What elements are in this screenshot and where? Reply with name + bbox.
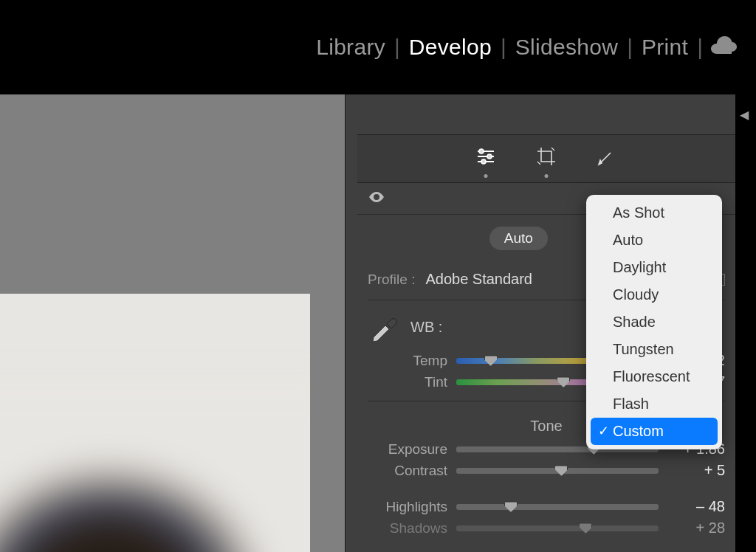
tool-strip xyxy=(357,134,735,183)
eye-icon[interactable] xyxy=(368,190,385,207)
tint-label: Tint xyxy=(368,374,447,390)
heal-tool[interactable] xyxy=(594,144,619,169)
right-panel-wrapper: Auto XX Profile : Adobe Standard ▴▾ xyxy=(345,94,756,552)
wb-option-auto[interactable]: Auto xyxy=(591,227,718,254)
wb-option-tungsten[interactable]: Tungsten xyxy=(591,336,718,363)
svg-point-1 xyxy=(487,154,492,159)
wb-option-custom[interactable]: Custom xyxy=(591,418,718,445)
cloud-sync-icon[interactable] xyxy=(709,35,738,59)
panel-collapse-gutter[interactable]: ◀ xyxy=(735,94,756,552)
highlights-label: Highlights xyxy=(368,499,447,515)
separator: | xyxy=(501,35,506,60)
highlights-value[interactable]: – 48 xyxy=(667,498,725,515)
white-balance-eyedropper-icon[interactable] xyxy=(368,311,400,343)
highlights-slider-row: Highlights – 48 xyxy=(368,498,725,515)
exposure-label: Exposure xyxy=(368,441,447,458)
shadows-label: Shadows xyxy=(368,520,447,537)
tint-knob[interactable] xyxy=(557,376,570,387)
wb-option-flash[interactable]: Flash xyxy=(591,390,718,418)
wb-option-as-shot[interactable]: As Shot xyxy=(591,199,718,227)
shadows-value[interactable]: + 28 xyxy=(667,520,725,537)
wb-option-fluorescent[interactable]: Fluorescent xyxy=(591,363,718,390)
separator: | xyxy=(697,35,703,60)
highlights-slider[interactable] xyxy=(456,501,659,513)
shadows-slider-row: Shadows + 28 xyxy=(368,520,725,537)
module-picker: Library | Develop | Slideshow | Print | xyxy=(0,0,756,94)
wb-option-daylight[interactable]: Daylight xyxy=(591,254,718,281)
highlights-knob[interactable] xyxy=(504,501,518,512)
wb-option-shade[interactable]: Shade xyxy=(591,308,718,336)
image-preview-area[interactable] xyxy=(0,94,345,552)
temp-label: Temp xyxy=(368,353,447,369)
temp-knob[interactable] xyxy=(484,355,498,366)
contrast-value[interactable]: + 5 xyxy=(667,462,725,479)
module-slideshow[interactable]: Slideshow xyxy=(506,35,627,60)
crop-tool[interactable] xyxy=(534,144,559,169)
contrast-slider[interactable] xyxy=(456,465,659,477)
wb-option-cloudy[interactable]: Cloudy xyxy=(591,281,718,308)
shadows-slider[interactable] xyxy=(456,522,659,534)
module-library[interactable]: Library xyxy=(307,35,394,60)
contrast-slider-row: Contrast + 5 xyxy=(368,462,725,479)
photo-canvas xyxy=(0,294,310,552)
module-develop[interactable]: Develop xyxy=(400,35,501,60)
wb-label: WB : xyxy=(410,319,442,336)
module-print[interactable]: Print xyxy=(633,35,697,60)
svg-point-0 xyxy=(479,149,484,153)
contrast-label: Contrast xyxy=(368,463,447,479)
collapse-triangle-icon[interactable]: ◀ xyxy=(740,108,749,122)
wb-preset-dropdown[interactable]: As ShotAutoDaylightCloudyShadeTungstenFl… xyxy=(586,195,722,449)
svg-point-2 xyxy=(481,159,486,164)
separator: | xyxy=(394,35,400,60)
profile-label: Profile : xyxy=(368,272,415,288)
shadows-knob[interactable] xyxy=(579,522,592,534)
edit-tool[interactable] xyxy=(473,144,498,169)
workspace: Auto XX Profile : Adobe Standard ▴▾ xyxy=(0,94,756,552)
contrast-knob[interactable] xyxy=(554,465,568,476)
separator: | xyxy=(627,35,633,60)
auto-button[interactable]: Auto xyxy=(489,227,548,250)
